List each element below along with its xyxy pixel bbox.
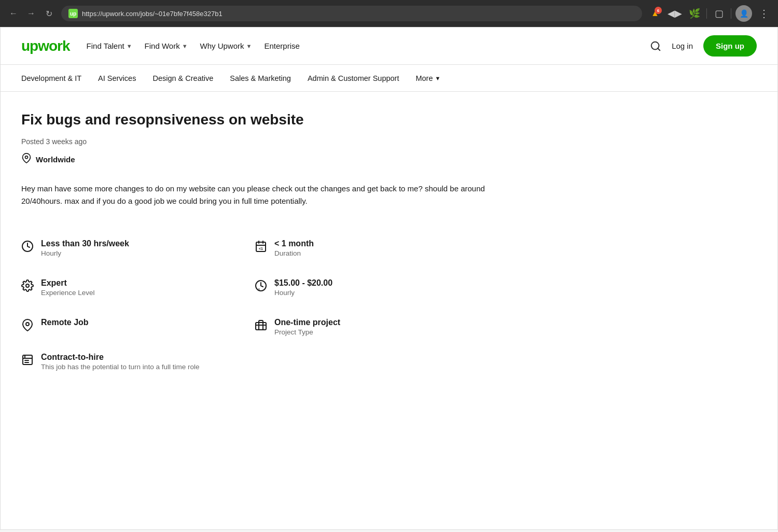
- browser-nav-buttons: ← → ↻: [6, 6, 56, 21]
- login-button[interactable]: Log in: [672, 41, 693, 50]
- rate-sublabel: Hourly: [274, 289, 332, 297]
- nav-links: Find Talent ▼ Find Work ▼ Why Upwork ▼ E…: [87, 41, 634, 50]
- rate-label: $15.00 - $20.00: [274, 278, 332, 288]
- briefcase-icon: [255, 319, 267, 333]
- extensions-button[interactable]: ▲ 6: [647, 6, 663, 21]
- why-upwork-nav[interactable]: Why Upwork ▼: [200, 41, 252, 50]
- cat-admin[interactable]: Admin & Customer Support: [308, 74, 399, 82]
- gear-icon: [21, 279, 34, 294]
- signup-button[interactable]: Sign up: [703, 35, 757, 57]
- project-type-content: One-time project Project Type: [274, 318, 340, 336]
- remote-label: Remote Job: [41, 318, 89, 327]
- cat-design[interactable]: Design & Creative: [152, 74, 213, 82]
- project-type-sublabel: Project Type: [274, 328, 340, 336]
- svg-point-9: [26, 284, 29, 287]
- upwork-logo[interactable]: upwork: [21, 38, 70, 54]
- hours-content: Less than 30 hrs/week Hourly: [41, 239, 129, 257]
- badge-count: 6: [655, 7, 662, 14]
- sidebar-toggle[interactable]: ▢: [711, 6, 727, 21]
- clock-icon: [21, 240, 34, 255]
- nav-right: Log in Sign up: [650, 35, 757, 57]
- enterprise-nav[interactable]: Enterprise: [264, 41, 299, 50]
- category-nav: Development & IT AI Services Design & Cr…: [1, 65, 777, 92]
- browser-menu[interactable]: ⋮: [756, 6, 772, 21]
- experience-label: Expert: [41, 278, 95, 288]
- cat-more[interactable]: More ▼: [415, 74, 440, 82]
- contract-label: Contract-to-hire: [41, 353, 199, 362]
- browser-chrome: ← → ↻ up https://upwork.com/jobs/~01e7bf…: [0, 0, 778, 27]
- hours-sublabel: Hourly: [41, 249, 129, 257]
- detail-duration: <1 < 1 month Duration: [255, 228, 488, 268]
- contract-content: Contract-to-hire This job has the potent…: [41, 353, 199, 371]
- svg-text:$: $: [258, 288, 260, 291]
- job-title: Fix bugs and resopnsiveness on website: [21, 110, 654, 129]
- experience-sublabel: Experience Level: [41, 289, 95, 297]
- svg-rect-13: [256, 323, 266, 330]
- location-pin-icon: [21, 153, 32, 166]
- detail-experience: Expert Experience Level: [21, 268, 255, 307]
- forward-button[interactable]: →: [24, 6, 38, 21]
- svg-point-2: [25, 156, 28, 159]
- top-nav: upwork Find Talent ▼ Find Work ▼ Why Upw…: [1, 27, 777, 65]
- chevron-down-icon: ▼: [182, 43, 188, 49]
- duration-sublabel: Duration: [274, 249, 314, 257]
- svg-line-1: [658, 48, 660, 50]
- extension-icon-1[interactable]: ◀▶: [667, 6, 683, 21]
- job-details-grid: Less than 30 hrs/week Hourly <1 < 1: [21, 228, 488, 346]
- remote-content: Remote Job: [41, 318, 89, 328]
- contract-section: Contract-to-hire This job has the potent…: [21, 353, 654, 371]
- money-clock-icon: $: [255, 279, 267, 294]
- duration-label: < 1 month: [274, 239, 314, 248]
- main-content: Fix bugs and resopnsiveness on website P…: [1, 92, 675, 389]
- chevron-down-icon: ▼: [246, 43, 252, 49]
- page-wrapper: upwork Find Talent ▼ Find Work ▼ Why Upw…: [0, 27, 778, 530]
- search-icon: [650, 40, 661, 52]
- calendar-icon: <1: [255, 240, 267, 255]
- address-bar[interactable]: up https://upwork.com/jobs/~01e7bfe7f458…: [61, 6, 642, 21]
- job-description: Hey man have some more changes to do on …: [21, 183, 488, 207]
- location-row: Worldwide: [21, 153, 654, 166]
- duration-content: < 1 month Duration: [274, 239, 314, 257]
- svg-point-12: [26, 323, 29, 326]
- cat-sales[interactable]: Sales & Marketing: [230, 74, 291, 82]
- find-talent-nav[interactable]: Find Talent ▼: [87, 41, 132, 50]
- posted-date: Posted 3 weeks ago: [21, 137, 654, 146]
- rate-content: $15.00 - $20.00 Hourly: [274, 278, 332, 297]
- detail-rate: $ $15.00 - $20.00 Hourly: [255, 268, 488, 307]
- project-type-label: One-time project: [274, 318, 340, 327]
- cat-development[interactable]: Development & IT: [21, 74, 81, 82]
- chevron-down-icon: ▼: [435, 75, 440, 81]
- chevron-down-icon: ▼: [127, 43, 132, 49]
- extension-icon-2[interactable]: 🌿: [687, 6, 702, 21]
- experience-content: Expert Experience Level: [41, 278, 95, 297]
- user-avatar[interactable]: 👤: [735, 5, 752, 22]
- detail-hours: Less than 30 hrs/week Hourly: [21, 228, 255, 268]
- back-button[interactable]: ←: [6, 6, 21, 21]
- site-favicon: up: [68, 9, 78, 18]
- divider-2: [731, 8, 731, 19]
- contract-icon: [21, 354, 34, 369]
- hours-label: Less than 30 hrs/week: [41, 239, 129, 248]
- location-icon: [21, 319, 34, 333]
- detail-project-type: One-time project Project Type: [255, 307, 488, 346]
- contract-sublabel: This job has the potential to turn into …: [41, 363, 199, 371]
- browser-actions: ▲ 6 ◀▶ 🌿 ▢ 👤 ⋮: [647, 5, 772, 22]
- cat-ai-services[interactable]: AI Services: [98, 74, 136, 82]
- detail-remote: Remote Job: [21, 307, 255, 346]
- divider: [706, 8, 707, 19]
- svg-text:<1: <1: [259, 247, 263, 250]
- url-text: https://upwork.com/jobs/~01e7bfe7f458e32…: [82, 10, 635, 18]
- refresh-button[interactable]: ↻: [41, 6, 56, 21]
- find-work-nav[interactable]: Find Work ▼: [145, 41, 188, 50]
- search-button[interactable]: [650, 40, 661, 52]
- location-label: Worldwide: [36, 155, 75, 164]
